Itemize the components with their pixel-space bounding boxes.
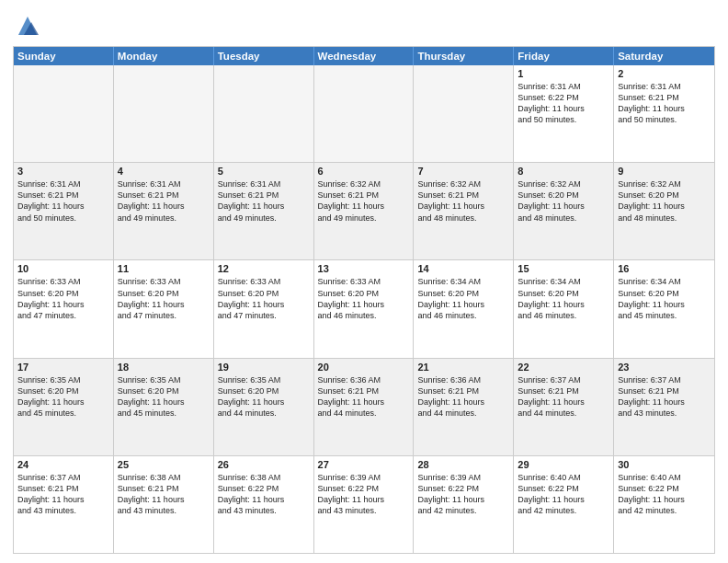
weekday-header: Wednesday	[314, 47, 415, 65]
day-info: Sunrise: 6:39 AM Sunset: 6:22 PM Dayligh…	[318, 472, 410, 517]
weekday-header: Thursday	[414, 47, 514, 65]
day-number: 10	[17, 263, 109, 274]
calendar-row: 1Sunrise: 6:31 AM Sunset: 6:22 PM Daylig…	[14, 65, 714, 163]
day-info: Sunrise: 6:38 AM Sunset: 6:21 PM Dayligh…	[118, 472, 210, 517]
day-number: 8	[518, 166, 609, 177]
day-info: Sunrise: 6:37 AM Sunset: 6:21 PM Dayligh…	[518, 374, 609, 419]
day-number: 5	[218, 166, 310, 177]
calendar-cell	[314, 65, 415, 162]
day-number: 26	[218, 459, 310, 470]
calendar-cell: 19Sunrise: 6:35 AM Sunset: 6:20 PM Dayli…	[214, 359, 314, 455]
calendar-cell: 4Sunrise: 6:31 AM Sunset: 6:21 PM Daylig…	[114, 163, 214, 259]
day-info: Sunrise: 6:33 AM Sunset: 6:20 PM Dayligh…	[218, 276, 310, 321]
calendar: SundayMondayTuesdayWednesdayThursdayFrid…	[13, 46, 715, 554]
calendar-cell: 26Sunrise: 6:38 AM Sunset: 6:22 PM Dayli…	[214, 456, 314, 553]
calendar-cell: 12Sunrise: 6:33 AM Sunset: 6:20 PM Dayli…	[214, 260, 314, 357]
calendar-row: 10Sunrise: 6:33 AM Sunset: 6:20 PM Dayli…	[14, 260, 714, 358]
day-info: Sunrise: 6:40 AM Sunset: 6:22 PM Dayligh…	[518, 472, 609, 517]
day-info: Sunrise: 6:36 AM Sunset: 6:21 PM Dayligh…	[318, 374, 410, 419]
day-info: Sunrise: 6:35 AM Sunset: 6:20 PM Dayligh…	[17, 374, 109, 419]
calendar-cell: 16Sunrise: 6:34 AM Sunset: 6:20 PM Dayli…	[614, 260, 714, 357]
day-info: Sunrise: 6:31 AM Sunset: 6:21 PM Dayligh…	[118, 178, 210, 224]
day-info: Sunrise: 6:31 AM Sunset: 6:21 PM Dayligh…	[618, 81, 711, 126]
day-number: 22	[518, 362, 609, 373]
day-info: Sunrise: 6:33 AM Sunset: 6:20 PM Dayligh…	[318, 276, 410, 321]
calendar-cell: 18Sunrise: 6:35 AM Sunset: 6:20 PM Dayli…	[114, 359, 214, 455]
day-number: 25	[118, 459, 210, 470]
day-number: 4	[118, 166, 210, 177]
day-info: Sunrise: 6:35 AM Sunset: 6:20 PM Dayligh…	[118, 374, 210, 419]
calendar-cell: 27Sunrise: 6:39 AM Sunset: 6:22 PM Dayli…	[314, 456, 415, 553]
calendar-cell: 9Sunrise: 6:32 AM Sunset: 6:20 PM Daylig…	[614, 163, 714, 259]
calendar-cell: 23Sunrise: 6:37 AM Sunset: 6:21 PM Dayli…	[614, 359, 714, 455]
calendar-cell	[214, 65, 314, 162]
day-info: Sunrise: 6:33 AM Sunset: 6:20 PM Dayligh…	[17, 276, 109, 321]
calendar-cell: 13Sunrise: 6:33 AM Sunset: 6:20 PM Dayli…	[314, 260, 415, 357]
calendar-cell: 1Sunrise: 6:31 AM Sunset: 6:22 PM Daylig…	[514, 65, 614, 162]
calendar-row: 3Sunrise: 6:31 AM Sunset: 6:21 PM Daylig…	[14, 163, 714, 260]
day-info: Sunrise: 6:34 AM Sunset: 6:20 PM Dayligh…	[518, 276, 609, 321]
day-info: Sunrise: 6:31 AM Sunset: 6:21 PM Dayligh…	[218, 178, 310, 224]
day-info: Sunrise: 6:39 AM Sunset: 6:22 PM Dayligh…	[417, 472, 509, 517]
weekday-header: Saturday	[614, 47, 714, 65]
day-info: Sunrise: 6:32 AM Sunset: 6:21 PM Dayligh…	[318, 178, 410, 224]
calendar-cell: 22Sunrise: 6:37 AM Sunset: 6:21 PM Dayli…	[514, 359, 614, 455]
day-info: Sunrise: 6:36 AM Sunset: 6:21 PM Dayligh…	[417, 374, 509, 419]
day-number: 18	[118, 362, 210, 373]
logo	[13, 13, 40, 39]
calendar-cell	[414, 65, 514, 162]
day-number: 2	[618, 68, 711, 79]
calendar-cell: 24Sunrise: 6:37 AM Sunset: 6:21 PM Dayli…	[14, 456, 114, 553]
header	[13, 9, 715, 39]
day-info: Sunrise: 6:35 AM Sunset: 6:20 PM Dayligh…	[218, 374, 310, 419]
calendar-cell: 5Sunrise: 6:31 AM Sunset: 6:21 PM Daylig…	[214, 163, 314, 259]
calendar-row: 17Sunrise: 6:35 AM Sunset: 6:20 PM Dayli…	[14, 359, 714, 456]
day-info: Sunrise: 6:40 AM Sunset: 6:22 PM Dayligh…	[618, 472, 711, 517]
weekday-header: Tuesday	[214, 47, 314, 65]
calendar-cell: 14Sunrise: 6:34 AM Sunset: 6:20 PM Dayli…	[414, 260, 514, 357]
weekday-header: Friday	[514, 47, 614, 65]
day-number: 15	[518, 263, 609, 274]
day-number: 11	[118, 263, 210, 274]
calendar-cell	[14, 65, 114, 162]
day-number: 6	[318, 166, 410, 177]
calendar-cell: 7Sunrise: 6:32 AM Sunset: 6:21 PM Daylig…	[414, 163, 514, 259]
day-number: 24	[17, 459, 109, 470]
day-info: Sunrise: 6:32 AM Sunset: 6:20 PM Dayligh…	[618, 178, 711, 224]
day-number: 19	[218, 362, 310, 373]
calendar-cell: 30Sunrise: 6:40 AM Sunset: 6:22 PM Dayli…	[614, 456, 714, 553]
day-info: Sunrise: 6:37 AM Sunset: 6:21 PM Dayligh…	[17, 472, 109, 517]
calendar-cell	[114, 65, 214, 162]
day-number: 14	[417, 263, 509, 274]
day-info: Sunrise: 6:38 AM Sunset: 6:22 PM Dayligh…	[218, 472, 310, 517]
day-number: 12	[218, 263, 310, 274]
calendar-cell: 17Sunrise: 6:35 AM Sunset: 6:20 PM Dayli…	[14, 359, 114, 455]
day-number: 29	[518, 459, 609, 470]
day-info: Sunrise: 6:32 AM Sunset: 6:20 PM Dayligh…	[518, 178, 609, 224]
calendar-cell: 29Sunrise: 6:40 AM Sunset: 6:22 PM Dayli…	[514, 456, 614, 553]
calendar-header: SundayMondayTuesdayWednesdayThursdayFrid…	[14, 47, 714, 65]
day-number: 13	[318, 263, 410, 274]
calendar-cell: 3Sunrise: 6:31 AM Sunset: 6:21 PM Daylig…	[14, 163, 114, 259]
day-number: 17	[17, 362, 109, 373]
calendar-cell: 25Sunrise: 6:38 AM Sunset: 6:21 PM Dayli…	[114, 456, 214, 553]
day-number: 23	[618, 362, 711, 373]
day-number: 20	[318, 362, 410, 373]
calendar-cell: 6Sunrise: 6:32 AM Sunset: 6:21 PM Daylig…	[314, 163, 415, 259]
calendar-cell: 21Sunrise: 6:36 AM Sunset: 6:21 PM Dayli…	[414, 359, 514, 455]
calendar-cell: 2Sunrise: 6:31 AM Sunset: 6:21 PM Daylig…	[614, 65, 714, 162]
day-number: 27	[318, 459, 410, 470]
day-number: 30	[618, 459, 711, 470]
day-info: Sunrise: 6:37 AM Sunset: 6:21 PM Dayligh…	[618, 374, 711, 419]
day-info: Sunrise: 6:31 AM Sunset: 6:22 PM Dayligh…	[518, 81, 609, 126]
calendar-row: 24Sunrise: 6:37 AM Sunset: 6:21 PM Dayli…	[14, 456, 714, 553]
calendar-cell: 28Sunrise: 6:39 AM Sunset: 6:22 PM Dayli…	[414, 456, 514, 553]
day-number: 28	[417, 459, 509, 470]
day-info: Sunrise: 6:34 AM Sunset: 6:20 PM Dayligh…	[417, 276, 509, 321]
day-number: 21	[417, 362, 509, 373]
day-info: Sunrise: 6:32 AM Sunset: 6:21 PM Dayligh…	[417, 178, 509, 224]
weekday-header: Sunday	[14, 47, 114, 65]
day-number: 1	[518, 68, 609, 79]
calendar-cell: 15Sunrise: 6:34 AM Sunset: 6:20 PM Dayli…	[514, 260, 614, 357]
day-number: 7	[417, 166, 509, 177]
